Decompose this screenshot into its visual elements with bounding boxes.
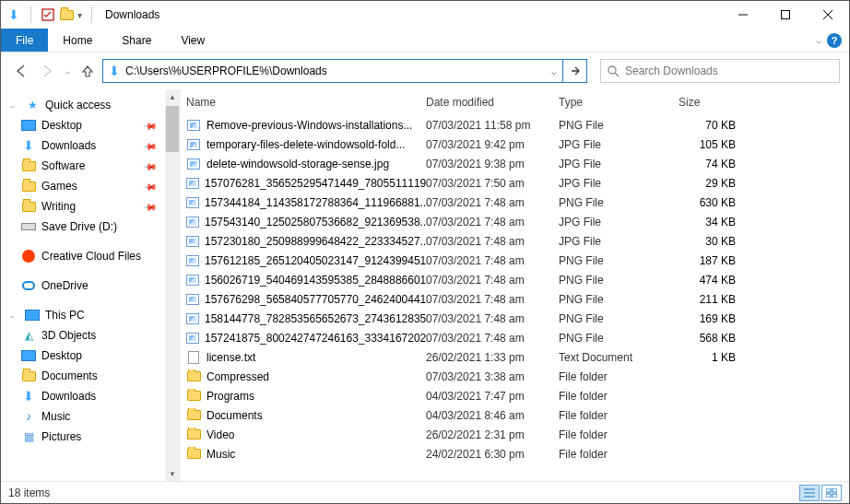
sidebar-item[interactable]: ▦Pictures xyxy=(1,427,165,447)
file-date: 07/03/2021 9:42 pm xyxy=(426,138,559,151)
go-button[interactable] xyxy=(562,60,586,82)
item-icon: ▦ xyxy=(21,429,36,444)
file-icon xyxy=(186,215,199,229)
sidebar-this-pc[interactable]: ⌵ This PC xyxy=(1,305,165,325)
file-row[interactable]: 157676298_565840577705770_2462400441...0… xyxy=(181,289,849,309)
item-icon xyxy=(21,118,36,133)
search-icon xyxy=(607,64,620,77)
up-button[interactable] xyxy=(77,60,99,82)
sidebar-item-label: Pictures xyxy=(41,430,81,443)
sidebar-quick-access[interactable]: ⌵ ★ Quick access xyxy=(1,95,165,115)
col-name[interactable]: Name xyxy=(186,96,426,109)
pin-icon: 📌 xyxy=(143,118,158,133)
file-type: Text Document xyxy=(559,351,669,364)
sidebar-item[interactable]: ♪Music xyxy=(1,406,165,427)
sidebar-item[interactable]: ⬇Downloads xyxy=(1,386,165,406)
file-size: 211 KB xyxy=(669,293,752,306)
file-date: 26/02/2021 1:33 pm xyxy=(426,351,559,364)
file-menu[interactable]: File xyxy=(1,29,48,52)
recent-dropdown-icon[interactable]: ⌵ xyxy=(62,60,73,82)
address-bar[interactable]: ⬇ C:\Users\%USERPROFILE%\Downloads ⌵ xyxy=(102,59,587,83)
file-type: PNG File xyxy=(559,274,669,287)
pc-icon xyxy=(25,308,40,322)
file-row[interactable]: 157076281_356525295471449_78055111191...… xyxy=(181,173,849,193)
sidebar-item[interactable]: ⬇Downloads📌 xyxy=(1,135,165,156)
file-type: PNG File xyxy=(559,119,669,132)
tab-home[interactable]: Home xyxy=(48,29,107,52)
svg-rect-10 xyxy=(826,488,831,492)
file-row[interactable]: license.txt26/02/2021 1:33 pmText Docume… xyxy=(181,347,849,367)
file-row[interactable]: Programs04/03/2021 7:47 pmFile folder xyxy=(181,386,849,405)
col-size[interactable]: Size xyxy=(669,96,752,109)
file-name: license.txt xyxy=(207,351,255,364)
sidebar-item[interactable]: ◭3D Objects xyxy=(1,325,165,346)
file-row[interactable]: Video26/02/2021 2:31 pmFile folder xyxy=(181,425,849,444)
sidebar-item-label: Games xyxy=(41,180,77,193)
file-row[interactable]: 156026719_540469143595385_2848886601...0… xyxy=(181,270,849,289)
file-date: 07/03/2021 7:48 am xyxy=(426,312,559,325)
sidebar-item[interactable]: Writing📌 xyxy=(1,196,165,217)
scroll-thumb[interactable] xyxy=(166,106,179,152)
file-date: 07/03/2021 9:38 pm xyxy=(426,158,559,170)
file-row[interactable]: temporary-files-delete-windowsold-fold..… xyxy=(181,135,849,154)
file-row[interactable]: delete-windowsold-storage-sense.jpg07/03… xyxy=(181,154,849,173)
sidebar-item[interactable]: Games📌 xyxy=(1,176,165,196)
forward-button[interactable] xyxy=(36,60,58,82)
file-name: Compressed xyxy=(207,370,269,383)
file-row[interactable]: 157230180_250988999648422_223334527...07… xyxy=(181,231,849,251)
sidebar-item[interactable]: Software📌 xyxy=(1,156,165,176)
file-date: 04/03/2021 8:46 am xyxy=(426,409,559,422)
item-icon xyxy=(21,179,36,193)
sidebar-scrollbar[interactable]: ▲ ▼ xyxy=(165,89,180,481)
file-type: File folder xyxy=(559,370,669,383)
pin-icon: 📌 xyxy=(143,179,158,193)
file-name: delete-windowsold-storage-sense.jpg xyxy=(207,158,389,170)
file-row[interactable]: 158144778_782853565652673_2743612835...0… xyxy=(181,309,849,328)
qat-properties-icon[interactable] xyxy=(41,7,55,22)
file-icon xyxy=(186,428,201,442)
tab-share[interactable]: Share xyxy=(107,29,166,52)
title-bar: ⬇ ▾ Downloads xyxy=(1,1,849,29)
file-row[interactable]: Documents04/03/2021 8:46 amFile folder xyxy=(181,405,849,425)
sidebar-item[interactable]: Desktop xyxy=(1,346,165,366)
file-icon xyxy=(186,350,201,365)
file-date: 07/03/2021 7:48 am xyxy=(426,254,559,267)
qat-folder-icon[interactable] xyxy=(59,7,74,22)
sidebar-item[interactable]: Documents xyxy=(1,366,165,386)
file-row[interactable]: Compressed07/03/2021 3:38 amFile folder xyxy=(181,367,849,386)
file-row[interactable]: 157612185_265120405023147_9124399451...0… xyxy=(181,251,849,270)
sidebar-item-label: Software xyxy=(41,159,85,172)
address-dropdown-icon[interactable]: ⌵ xyxy=(546,66,562,76)
col-type[interactable]: Type xyxy=(559,96,669,109)
file-name: 157241875_800242747246163_3334167202... xyxy=(205,332,426,345)
file-row[interactable]: Remove-previous-Windows-installations...… xyxy=(181,115,849,135)
details-view-button[interactable] xyxy=(799,485,820,501)
address-path[interactable]: C:\Users\%USERPROFILE%\Downloads xyxy=(122,64,546,77)
item-icon: ⬇ xyxy=(21,138,36,153)
search-box[interactable]: Search Downloads xyxy=(600,59,840,83)
file-date: 07/03/2021 7:48 am xyxy=(426,332,559,345)
col-date[interactable]: Date modified xyxy=(426,96,559,109)
file-icon xyxy=(186,389,201,404)
tab-view[interactable]: View xyxy=(166,29,219,52)
file-name: 158144778_782853565652673_2743612835... xyxy=(205,312,426,325)
maximize-button[interactable] xyxy=(764,1,807,29)
file-row[interactable]: 157543140_125025807536682_921369538...07… xyxy=(181,212,849,231)
scroll-up-icon[interactable]: ▲ xyxy=(165,89,180,104)
file-row[interactable]: 157344184_114358172788364_111966881...07… xyxy=(181,193,849,212)
file-row[interactable]: 157241875_800242747246163_3334167202...0… xyxy=(181,328,849,347)
chevron-down-icon: ⌵ xyxy=(10,311,18,320)
help-icon[interactable]: ? xyxy=(827,33,842,48)
file-list: Name Date modified Type Size Remove-prev… xyxy=(181,89,849,481)
minimize-button[interactable] xyxy=(722,1,764,29)
sidebar-creative-cloud[interactable]: Creative Cloud Files xyxy=(1,246,165,266)
scroll-down-icon[interactable]: ▼ xyxy=(165,466,180,481)
thumbnails-view-button[interactable] xyxy=(821,485,842,501)
close-button[interactable] xyxy=(807,1,849,29)
sidebar-item[interactable]: Desktop📌 xyxy=(1,115,165,135)
file-row[interactable]: Music24/02/2021 6:30 pmFile folder xyxy=(181,444,849,463)
ribbon-expand-icon[interactable]: ⌵ xyxy=(816,35,821,45)
sidebar-item[interactable]: Save Drive (D:) xyxy=(1,217,165,237)
sidebar-onedrive[interactable]: OneDrive xyxy=(1,275,165,296)
back-button[interactable] xyxy=(10,60,32,82)
